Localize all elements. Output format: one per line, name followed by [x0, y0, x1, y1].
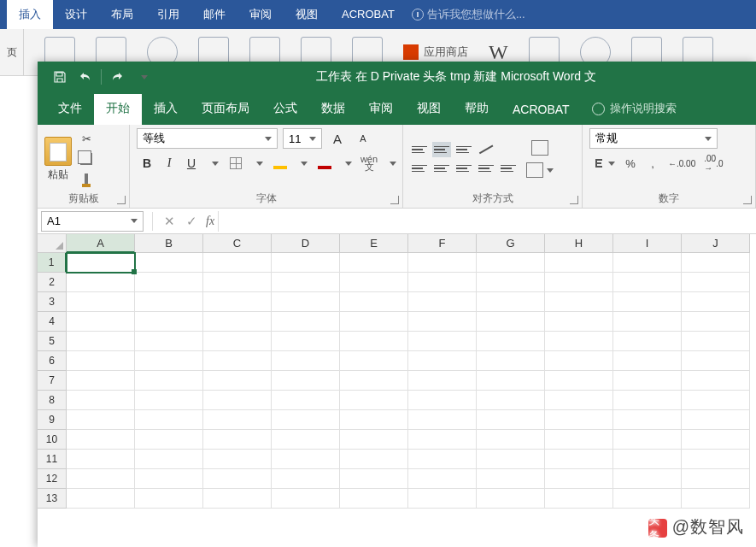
font-launcher[interactable]	[390, 196, 399, 204]
row-header[interactable]: 1	[38, 253, 67, 273]
cell[interactable]	[135, 273, 203, 292]
cell[interactable]	[135, 253, 203, 273]
cell[interactable]	[67, 489, 135, 509]
cell[interactable]	[135, 351, 203, 371]
column-header[interactable]: A	[67, 234, 135, 253]
cell[interactable]	[477, 371, 545, 391]
row-header[interactable]: 11	[38, 450, 67, 469]
row-header[interactable]: 2	[38, 273, 67, 292]
cell[interactable]	[340, 312, 408, 332]
cell[interactable]	[203, 410, 272, 430]
cell[interactable]	[67, 410, 135, 430]
cell[interactable]	[682, 312, 750, 332]
cell[interactable]	[340, 450, 408, 469]
cell[interactable]	[272, 371, 340, 391]
increase-indent-button[interactable]	[499, 161, 518, 176]
cell[interactable]	[682, 351, 750, 371]
increase-font-button[interactable]: A	[327, 129, 348, 148]
cell[interactable]	[477, 450, 545, 469]
fill-color-button[interactable]	[270, 154, 290, 173]
align-middle-button[interactable]	[432, 142, 451, 157]
percent-format-button[interactable]: %	[620, 154, 641, 173]
cell[interactable]	[203, 273, 272, 292]
word-app-store[interactable]: 应用商店	[403, 44, 468, 60]
cell[interactable]	[408, 292, 477, 312]
word-tab-review[interactable]: 审阅	[237, 0, 284, 29]
cell[interactable]	[135, 469, 203, 489]
cell[interactable]	[67, 450, 135, 469]
enter-formula-button[interactable]: ✓	[180, 214, 202, 229]
cell[interactable]	[203, 430, 272, 450]
cell[interactable]	[477, 391, 545, 410]
cell[interactable]	[545, 489, 613, 509]
cell[interactable]	[135, 292, 203, 312]
cell[interactable]	[682, 410, 750, 430]
word-tab-design[interactable]: 设计	[53, 0, 99, 29]
cell[interactable]	[203, 332, 272, 351]
row-header[interactable]: 12	[38, 469, 67, 489]
cell[interactable]	[340, 489, 408, 509]
cell[interactable]	[682, 253, 750, 273]
cell[interactable]	[340, 469, 408, 489]
cell[interactable]	[545, 253, 613, 273]
cell[interactable]	[272, 273, 340, 292]
cell[interactable]	[67, 469, 135, 489]
cell[interactable]	[613, 312, 682, 332]
excel-tab-insert[interactable]: 插入	[142, 94, 190, 125]
word-pages-group[interactable]: 页	[0, 29, 24, 75]
cell[interactable]	[682, 371, 750, 391]
orientation-button[interactable]	[477, 142, 495, 157]
cell[interactable]	[135, 332, 203, 351]
cut-button[interactable]	[77, 130, 96, 147]
column-header[interactable]: B	[135, 234, 203, 253]
cell[interactable]	[67, 351, 135, 371]
cell[interactable]	[340, 410, 408, 430]
cell[interactable]	[682, 273, 750, 292]
italic-button[interactable]: I	[159, 154, 179, 173]
wikipedia-icon[interactable]: W	[489, 41, 508, 64]
cell[interactable]	[613, 332, 682, 351]
cell[interactable]	[408, 410, 477, 430]
cell[interactable]	[545, 391, 613, 410]
decrease-indent-button[interactable]	[477, 161, 495, 176]
cell[interactable]	[67, 391, 135, 410]
cell[interactable]	[613, 410, 682, 430]
align-top-button[interactable]	[410, 142, 429, 157]
cell[interactable]	[545, 332, 613, 351]
cell[interactable]	[340, 253, 408, 273]
cell[interactable]	[613, 351, 682, 371]
cell[interactable]	[477, 430, 545, 450]
cell[interactable]	[545, 469, 613, 489]
bold-button[interactable]: B	[137, 154, 157, 173]
select-all-button[interactable]	[38, 234, 67, 253]
undo-button[interactable]	[75, 67, 96, 87]
cell[interactable]	[135, 391, 203, 410]
cell[interactable]	[340, 332, 408, 351]
cancel-formula-button[interactable]: ✕	[158, 214, 180, 229]
number-launcher[interactable]	[743, 196, 752, 204]
word-tell-me[interactable]: 告诉我您想做什么...	[412, 7, 525, 22]
word-tab-layout[interactable]: 布局	[99, 0, 145, 29]
cell[interactable]	[408, 312, 477, 332]
cell[interactable]	[545, 430, 613, 450]
row-header[interactable]: 9	[38, 410, 67, 430]
cell[interactable]	[477, 410, 545, 430]
align-bottom-button[interactable]	[454, 142, 473, 157]
cell[interactable]	[613, 430, 682, 450]
cell-area[interactable]	[67, 253, 750, 509]
cell[interactable]	[477, 312, 545, 332]
cell[interactable]	[203, 469, 272, 489]
cell[interactable]	[408, 332, 477, 351]
fill-more-button[interactable]	[292, 154, 313, 173]
word-tab-acrobat[interactable]: ACROBAT	[330, 0, 407, 29]
cell[interactable]	[67, 273, 135, 292]
cell[interactable]	[135, 489, 203, 509]
cell[interactable]	[340, 273, 408, 292]
row-header[interactable]: 10	[38, 430, 67, 450]
cell[interactable]	[477, 292, 545, 312]
formula-input[interactable]	[218, 211, 756, 232]
comma-format-button[interactable]: ,	[642, 154, 663, 173]
cell[interactable]	[67, 253, 135, 273]
cell[interactable]	[613, 371, 682, 391]
cell[interactable]	[408, 450, 477, 469]
